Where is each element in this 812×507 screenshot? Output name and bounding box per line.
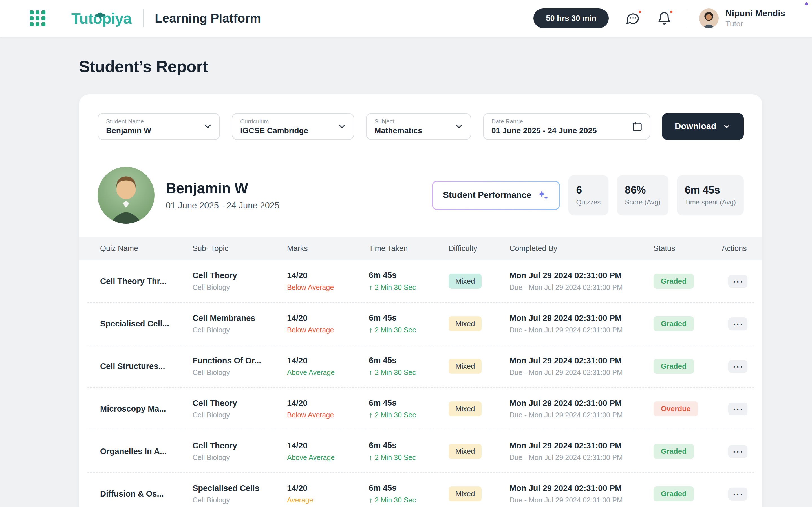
date-range-picker[interactable]: Date Range 01 June 2025 - 24 June 2025 — [483, 113, 650, 140]
column-header: Status — [654, 244, 722, 253]
difficulty-cell: Mixed — [449, 444, 509, 459]
row-actions-button[interactable]: ⋯ — [728, 275, 748, 288]
column-header: Sub- Topic — [193, 244, 287, 253]
stat-value: 6 — [576, 184, 601, 196]
time-value: 6m 45s — [369, 271, 449, 280]
table-row[interactable]: Organelles In A... Cell Theory Cell Biol… — [87, 431, 754, 473]
subtopic-cell: Specialised Cells Cell Biology — [193, 484, 287, 504]
chevron-down-icon — [337, 122, 347, 131]
subject-select[interactable]: Subject Mathematics — [366, 113, 471, 140]
marks-cell: 14/20 Below Average — [287, 271, 369, 291]
time-note: ↑ 2 Min 30 Sec — [369, 368, 449, 377]
chevron-down-icon — [203, 122, 213, 131]
marks-note: Below Average — [287, 326, 369, 334]
status-cell: Graded — [654, 316, 722, 331]
stat-value: 86% — [625, 184, 660, 196]
status-badge: Graded — [654, 487, 694, 501]
student-performance-button[interactable]: Student Performance — [432, 181, 560, 210]
table-row[interactable]: Cell Structures... Functions Of Or... Ce… — [87, 345, 754, 388]
quiz-name: Microscopy Ma... — [100, 404, 193, 413]
messages-button[interactable] — [625, 11, 640, 26]
filters-row: Student Name Benjamin W Curriculum IGCSE… — [79, 113, 762, 140]
difficulty-cell: Mixed — [449, 401, 509, 416]
difficulty-badge: Mixed — [449, 401, 481, 416]
student-name-select[interactable]: Student Name Benjamin W — [98, 113, 220, 140]
status-badge: Graded — [654, 444, 694, 459]
completed-by-cell: Mon Jul 29 2024 02:31:00 PM Due - Mon Ju… — [509, 271, 654, 291]
download-label: Download — [675, 121, 716, 131]
graduation-cap-icon — [94, 6, 106, 23]
user-name: Nipuni Mendis — [725, 8, 785, 18]
time-note: ↑ 2 Min 30 Sec — [369, 411, 449, 419]
user-menu[interactable]: Nipuni Mendis Tutor — [725, 8, 785, 29]
notification-dot — [638, 10, 642, 14]
time-note: ↑ 2 Min 30 Sec — [369, 326, 449, 334]
table-row[interactable]: Cell Theory Thr... Cell Theory Cell Biol… — [87, 260, 754, 303]
actions-cell: ⋯ — [722, 360, 754, 373]
row-actions-button[interactable]: ⋯ — [728, 488, 748, 501]
tutoring-hours-badge[interactable]: 50 hrs 30 min — [534, 8, 609, 28]
student-avatar — [98, 167, 154, 224]
time-value: 6m 45s — [369, 398, 449, 407]
student-name: Benjamin W — [166, 180, 280, 196]
table-row[interactable]: Diffusion & Os... Specialised Cells Cell… — [87, 473, 754, 507]
table-row[interactable]: Microscopy Ma... Cell Theory Cell Biolog… — [87, 388, 754, 431]
ellipsis-icon: ⋯ — [732, 318, 743, 330]
stat-quizzes: 6 Quizzes — [568, 175, 609, 216]
status-badge: Overdue — [654, 401, 698, 416]
brand-logo[interactable]: Tutopiya — [71, 10, 132, 27]
marks-value: 14/20 — [287, 399, 369, 408]
quiz-name-cell: Cell Structures... — [100, 362, 193, 371]
row-actions-button[interactable]: ⋯ — [728, 318, 748, 330]
actions-cell: ⋯ — [722, 318, 754, 330]
due-date: Due - Mon Jul 29 2024 02:31:00 PM — [509, 283, 654, 291]
notifications-button[interactable] — [657, 11, 672, 26]
filter-label: Curriculum — [240, 118, 334, 125]
marks-value: 14/20 — [287, 356, 369, 365]
status-badge: Graded — [654, 359, 694, 374]
subtopic-cell: Functions Of Or... Cell Biology — [193, 356, 287, 377]
difficulty-badge: Mixed — [449, 487, 481, 501]
divider — [143, 9, 144, 27]
column-header: Completed By — [509, 244, 654, 253]
quiz-name-cell: Cell Theory Thr... — [100, 277, 193, 286]
due-date: Due - Mon Jul 29 2024 02:31:00 PM — [509, 326, 654, 334]
tutor-avatar[interactable] — [699, 8, 719, 28]
arrow-up-icon: ↑ — [369, 453, 372, 462]
completed-date: Mon Jul 29 2024 02:31:00 PM — [509, 399, 654, 408]
arrow-up-icon: ↑ — [369, 411, 372, 419]
ellipsis-icon: ⋯ — [732, 488, 743, 500]
time-note: ↑ 2 Min 30 Sec — [369, 283, 449, 292]
status-badge: Graded — [654, 274, 694, 289]
row-actions-button[interactable]: ⋯ — [728, 445, 748, 458]
status-cell: Graded — [654, 274, 722, 289]
apps-grid-icon[interactable] — [30, 10, 45, 26]
time-note: ↑ 2 Min 30 Sec — [369, 496, 449, 504]
download-button[interactable]: Download — [662, 113, 744, 140]
table-row[interactable]: Specialised Cell... Cell Membranes Cell … — [87, 303, 754, 345]
ellipsis-icon: ⋯ — [732, 360, 743, 372]
time-note-text: 2 Min 30 Sec — [375, 369, 416, 377]
user-role: Tutor — [725, 20, 785, 29]
subtopic-name: Cell Theory — [193, 271, 287, 280]
marks-cell: 14/20 Above Average — [287, 356, 369, 377]
column-header: Actions — [722, 244, 762, 253]
row-actions-button[interactable]: ⋯ — [728, 360, 748, 373]
time-value: 6m 45s — [369, 313, 449, 323]
time-taken-cell: 6m 45s ↑ 2 Min 30 Sec — [369, 313, 449, 334]
quiz-name: Diffusion & Os... — [100, 489, 193, 499]
calendar-icon — [631, 121, 643, 132]
actions-cell: ⋯ — [722, 275, 754, 288]
column-header: Marks — [287, 244, 369, 253]
due-date: Due - Mon Jul 29 2024 02:31:00 PM — [509, 411, 654, 419]
difficulty-cell: Mixed — [449, 316, 509, 331]
notification-dot — [669, 10, 673, 14]
completed-by-cell: Mon Jul 29 2024 02:31:00 PM Due - Mon Ju… — [509, 441, 654, 462]
curriculum-select[interactable]: Curriculum IGCSE Cambridge — [232, 113, 354, 140]
due-date: Due - Mon Jul 29 2024 02:31:00 PM — [509, 496, 654, 504]
stat-value: 6m 45s — [685, 184, 736, 196]
row-actions-button[interactable]: ⋯ — [728, 402, 748, 415]
subtopic-subject: Cell Biology — [193, 369, 287, 377]
subtopic-cell: Cell Theory Cell Biology — [193, 441, 287, 462]
stat-time-avg: 6m 45s Time spent (Avg) — [677, 175, 744, 216]
